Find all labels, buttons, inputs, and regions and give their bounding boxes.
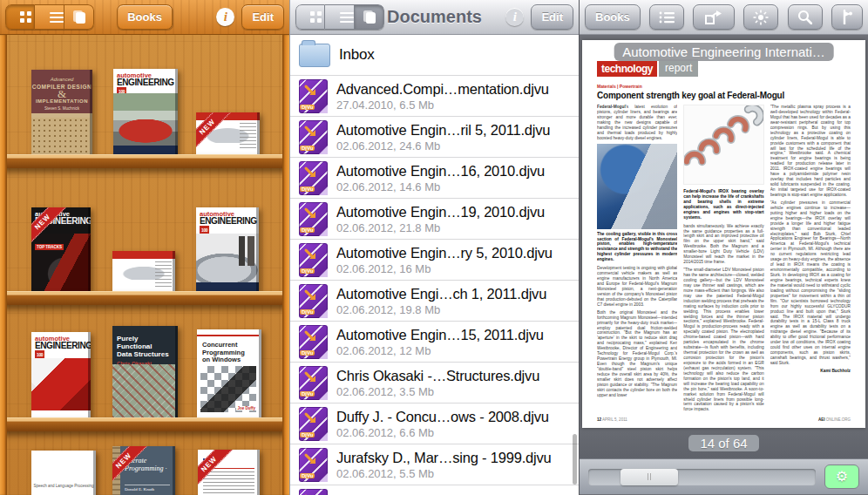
list-view-button[interactable] (325, 4, 355, 30)
grid-icon (305, 11, 316, 23)
share-icon (704, 10, 723, 24)
folder-title: Inbox (339, 46, 375, 64)
cover-text-lines (155, 261, 172, 288)
djvu-file-icon: DjVu (299, 489, 328, 495)
article-columns: Federal-Mogul's latest evolution of pist… (597, 105, 851, 429)
app-screen: Books i Edit Advanced COMPILER DESIGN & … (0, 0, 868, 495)
djvu-file-icon: DjVu (299, 243, 328, 277)
info-button[interactable]: i (505, 8, 524, 26)
pages-view-button[interactable] (355, 4, 384, 30)
shelf-ledge (0, 417, 289, 431)
masthead-report: report (659, 59, 698, 77)
book-speech-language-processing[interactable]: Speech and Language Processing (31, 451, 96, 495)
settings-button[interactable]: ⚙ (824, 464, 859, 489)
book-concurrent-programming-windows[interactable]: Concurrent Programming on Windows Joe Du… (197, 329, 261, 417)
list-icon (333, 12, 347, 23)
list-icon (43, 12, 57, 23)
book-advanced-compiler-design[interactable]: Advanced COMPILER DESIGN & IMPLEMENTATIO… (31, 70, 92, 154)
share-button[interactable] (693, 4, 735, 30)
list-item[interactable]: DjVu Jurafsky D., Mar…sing - 1999.djvu 0… (290, 444, 579, 485)
document-list: Inbox DjVu Advanced.Compi…mentation.djvu… (290, 35, 579, 495)
scrubber-thumb[interactable] (620, 469, 678, 485)
pages-icon (363, 10, 376, 24)
book-automotive-engineering-dark[interactable]: automotive ENGINEERING TOP TRACKS NEW (31, 207, 91, 291)
books-title-button[interactable]: Books (117, 4, 173, 30)
list-item[interactable]: DjVu Automotive Engin…ry 5, 2010.djvu 02… (290, 240, 579, 281)
grid-view-button[interactable] (5, 4, 35, 30)
book-automotive-engineering-red-car[interactable]: automotive ENGINEERING 100 (113, 69, 178, 154)
list-item[interactable]: DjVu Knuth D.E. - Lit…ming - 1992.djvu (290, 485, 579, 495)
list-item[interactable]: DjVu Duffy J. - Concu…ows - 2008.djvu 02… (290, 403, 579, 444)
doc-meta: 02.06.2012, 19.8 Mb (336, 303, 546, 316)
list-item[interactable]: DjVu Automotive Engi…ch 1, 2011.djvu 02.… (290, 281, 579, 322)
folder-icon (299, 44, 330, 67)
book-automotive-engineering-lambo[interactable]: automotive ENGINEERING 100 (31, 332, 91, 417)
info-icon: i (513, 10, 517, 24)
search-button[interactable] (788, 4, 823, 30)
reader-toolbar: Books (580, 0, 868, 35)
list-item[interactable]: DjVu Automotive Engin…ril 5, 2011.djvu 0… (290, 117, 579, 158)
books-back-button[interactable]: Books (585, 4, 641, 30)
djvu-file-icon: DjVu (299, 448, 328, 482)
reader-view[interactable]: Automotive Engineering Internati… techno… (580, 35, 868, 428)
book-purely-functional-data-structures[interactable]: Purely Functional Data Structures Chris … (112, 326, 178, 417)
book-automotive-engineering-audi[interactable]: automotive ENGINEERING 100 (196, 207, 259, 291)
grid-view-button[interactable] (295, 4, 325, 30)
masthead-technology: technology (597, 61, 657, 77)
bearing-image-caption: Federal-Mogul's IROX bearing overlay can… (683, 189, 763, 220)
cover-art-dark (31, 234, 91, 291)
book-document-new[interactable]: NEW (198, 450, 260, 495)
doc-meta: 02.06.2012, 6.6 Mb (336, 426, 549, 439)
search-icon (797, 10, 812, 24)
list-scrollbar[interactable] (573, 434, 577, 485)
contents-button[interactable] (649, 4, 684, 30)
list-item-inbox[interactable]: Inbox (290, 35, 579, 76)
list-item[interactable]: DjVu Advanced.Compi…mentation.djvu 27.04… (290, 76, 579, 117)
reader-bottom-toolbar: ⚙ (580, 458, 868, 494)
djvu-file-icon: DjVu (299, 120, 328, 154)
brightness-button[interactable] (743, 4, 778, 30)
article-column-3: "The metallic plasma spray process is a … (770, 105, 851, 429)
djvu-file-icon: DjVu (299, 407, 328, 441)
list-view-button[interactable] (35, 4, 64, 30)
list-item[interactable]: DjVu Automotive Engin…19, 2010.djvu 02.0… (290, 199, 579, 240)
djvu-arrow (305, 84, 319, 98)
cover-navy-strip (113, 146, 178, 154)
doc-title: Automotive Engi…ch 1, 2011.djvu (336, 286, 546, 302)
edit-button[interactable]: Edit (241, 4, 284, 30)
shelf-row: automotive ENGINEERING TOP TRACKS NEW au… (0, 168, 289, 305)
doc-meta: 02.06.2012, 14.6 Mb (336, 180, 545, 193)
bearing-shells-image (683, 105, 763, 185)
shelf-frame-left (0, 35, 7, 495)
doc-title: Jurafsky D., Mar…sing - 1999.djvu (336, 450, 552, 466)
list-item[interactable]: DjVu Automotive Engin…15, 2011.djvu 02.0… (290, 322, 579, 363)
documents-toolbar: Documents i Edit (290, 0, 579, 35)
edit-button[interactable]: Edit (531, 4, 573, 30)
book-literate-programming[interactable]: Literate Programming · Donald E. Knuth N… (112, 446, 175, 495)
cover-pattern (112, 364, 175, 417)
bookmark-button[interactable] (831, 4, 863, 30)
book-landscape-magazine[interactable] (112, 251, 175, 291)
bookshelf-toolbar: Books i Edit (0, 0, 289, 35)
cover-heading-line (203, 467, 254, 469)
list-item[interactable]: DjVu Automotive Engin…16, 2010.djvu 02.0… (290, 158, 579, 199)
djvu-arrow (305, 370, 319, 384)
pages-view-button[interactable] (64, 4, 94, 30)
cover-red-bar (196, 112, 260, 120)
view-segmented-control (295, 4, 384, 30)
book-landscape-magazine-new[interactable]: NEW (196, 112, 260, 154)
djvu-file-icon: DjVu (299, 79, 328, 113)
info-button[interactable]: i (216, 8, 234, 26)
author-byline: Kami Buchholz (770, 369, 851, 374)
bookshelf: Advanced COMPILER DESIGN & IMPLEMENTATIO… (0, 35, 289, 495)
doc-title: Automotive Engin…15, 2011.djvu (336, 327, 544, 343)
page-footer: 12 APRIL 5, 2011 AEI ONLINE.ORG (597, 417, 851, 422)
piston-image-caption: The cooling gallery, visible in this cro… (597, 232, 677, 263)
cover-art-figures (239, 236, 254, 266)
shelf-row: Speech and Language Processing Literate … (0, 431, 289, 495)
page-scrubber[interactable] (588, 469, 816, 485)
list-item[interactable]: DjVu Chris Okasaki -…Structures.djvu 02.… (290, 363, 579, 403)
cover-art-red-lambo (31, 358, 91, 410)
shelf-row: automotive ENGINEERING 100 Purely Functi… (0, 305, 289, 431)
doc-title: Automotive Engin…19, 2010.djvu (336, 204, 545, 220)
